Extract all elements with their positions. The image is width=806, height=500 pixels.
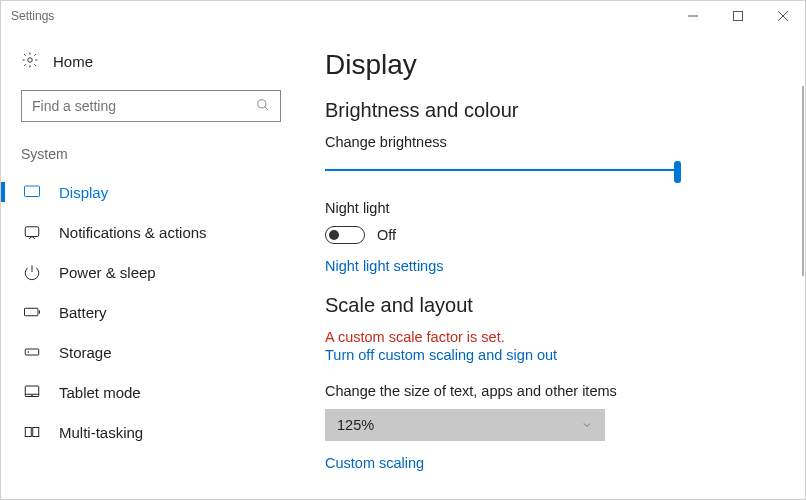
night-light-state: Off (377, 227, 396, 243)
night-light-toggle[interactable] (325, 226, 365, 244)
sidebar-item-label: Tablet mode (59, 384, 141, 401)
display-icon (23, 183, 41, 201)
home-label: Home (53, 53, 93, 70)
minimize-button[interactable] (670, 1, 715, 31)
home-button[interactable]: Home (21, 49, 281, 74)
main-content: Display Brightness and colour Change bri… (301, 31, 805, 499)
svg-rect-8 (25, 227, 39, 237)
svg-rect-16 (25, 428, 31, 437)
search-icon (256, 98, 270, 115)
window-controls (670, 1, 805, 31)
slider-thumb[interactable] (674, 161, 681, 183)
sidebar-item-storage[interactable]: Storage (21, 332, 281, 372)
storage-icon (23, 343, 41, 361)
sidebar-item-label: Display (59, 184, 108, 201)
gear-icon (21, 51, 39, 72)
toggle-knob (329, 230, 339, 240)
svg-point-15 (32, 395, 33, 396)
sidebar-item-power[interactable]: Power & sleep (21, 252, 281, 292)
sidebar-item-label: Power & sleep (59, 264, 156, 281)
svg-rect-11 (25, 349, 39, 355)
sidebar-item-label: Notifications & actions (59, 224, 207, 241)
sidebar-section-label: System (21, 146, 281, 162)
svg-point-4 (28, 58, 33, 63)
slider-track (325, 169, 681, 171)
scale-value: 125% (337, 417, 374, 433)
sidebar-item-battery[interactable]: Battery (21, 292, 281, 332)
sidebar: Home System Display Notifications & acti… (1, 31, 301, 499)
custom-scaling-link[interactable]: Custom scaling (325, 455, 424, 471)
sidebar-item-notifications[interactable]: Notifications & actions (21, 212, 281, 252)
battery-icon (23, 303, 41, 321)
titlebar: Settings (1, 1, 805, 31)
sidebar-item-label: Multi-tasking (59, 424, 143, 441)
sidebar-item-tablet[interactable]: Tablet mode (21, 372, 281, 412)
sidebar-item-display[interactable]: Display (21, 172, 281, 212)
turn-off-custom-scaling-link[interactable]: Turn off custom scaling and sign out (325, 347, 557, 363)
night-light-settings-link[interactable]: Night light settings (325, 258, 443, 274)
page-title: Display (325, 49, 765, 81)
scale-warning: A custom scale factor is set. (325, 329, 765, 345)
svg-point-5 (258, 99, 266, 107)
svg-point-12 (28, 352, 29, 353)
maximize-button[interactable] (715, 1, 760, 31)
chevron-down-icon (581, 419, 593, 431)
brightness-slider[interactable] (325, 160, 681, 180)
sidebar-item-label: Battery (59, 304, 107, 321)
section-heading-scale: Scale and layout (325, 294, 765, 317)
notifications-icon (23, 223, 41, 241)
scale-dropdown-label: Change the size of text, apps and other … (325, 383, 765, 399)
svg-line-6 (265, 106, 269, 110)
multitasking-icon (23, 423, 41, 441)
section-heading-brightness: Brightness and colour (325, 99, 765, 122)
search-input[interactable] (32, 98, 256, 114)
search-box[interactable] (21, 90, 281, 122)
sidebar-item-label: Storage (59, 344, 112, 361)
svg-rect-9 (25, 308, 39, 316)
brightness-label: Change brightness (325, 134, 765, 150)
tablet-icon (23, 383, 41, 401)
night-light-label: Night light (325, 200, 765, 216)
window-title: Settings (11, 9, 54, 23)
svg-rect-7 (25, 186, 40, 197)
sidebar-item-multitasking[interactable]: Multi-tasking (21, 412, 281, 452)
svg-rect-17 (33, 428, 39, 437)
close-button[interactable] (760, 1, 805, 31)
svg-rect-1 (733, 12, 742, 21)
scale-dropdown[interactable]: 125% (325, 409, 605, 441)
power-icon (23, 263, 41, 281)
scrollbar[interactable] (802, 86, 804, 276)
